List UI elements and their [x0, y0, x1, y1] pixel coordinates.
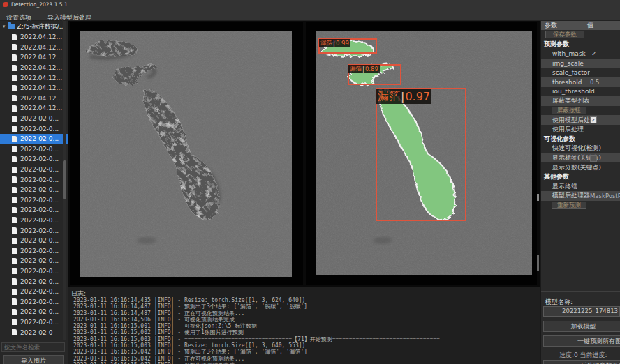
tree-item[interactable]: 2022-02-0...: [0, 256, 68, 266]
param-button[interactable]: 重新预测: [552, 202, 586, 209]
detection-score: 0.89: [365, 66, 378, 73]
tree-item[interactable]: 2022.04.12...: [0, 43, 68, 53]
tree-item-label: 2022.04.12...: [20, 44, 62, 51]
tree-item[interactable]: 2022.04.12...: [0, 93, 68, 104]
param-row[interactable]: img_scale: [541, 59, 620, 68]
tree-item[interactable]: 2022-02-0...: [0, 287, 68, 297]
tree-item-label: 2022.04.12...: [20, 95, 62, 102]
search-input[interactable]: [1, 342, 65, 352]
import-image-button[interactable]: 导入图片: [3, 355, 64, 364]
param-button[interactable]: 屏蔽按钮: [552, 107, 586, 114]
prediction-image-panel[interactable]: 漏箔|0.99 漏箔|0.89 漏箔|0.97: [306, 22, 537, 285]
param-row[interactable]: threshold0.5: [541, 77, 620, 87]
tree-item[interactable]: 2022-02-0: [0, 327, 68, 338]
file-icon: [12, 34, 17, 40]
predict-all-button[interactable]: 一键预测所有图片: [543, 335, 620, 347]
tree-item[interactable]: 2022-02-0...: [0, 205, 68, 215]
file-icon: [12, 75, 17, 81]
center-scrollbar-thumb[interactable]: [537, 194, 539, 201]
param-label: scale_factor: [552, 69, 590, 76]
param-label: threshold: [552, 79, 582, 86]
param-row[interactable]: with_mask✓: [541, 49, 620, 59]
tree-item[interactable]: 2022-02-0...: [0, 266, 68, 277]
param-value[interactable]: 0.5: [590, 79, 600, 86]
raw-image-panel[interactable]: [70, 22, 303, 285]
tree-item-label: 2022-02-0...: [20, 237, 59, 244]
tree-item-label: 2022-02-0...: [20, 135, 59, 142]
param-checkbox[interactable]: [590, 155, 597, 162]
tree-item[interactable]: 2022-02-0...: [0, 307, 68, 317]
tree-item[interactable]: 2022.04.12...: [0, 32, 68, 43]
tree-item[interactable]: 2022-02-0...: [0, 134, 68, 144]
param-row[interactable]: 模型后处理器MaskPostPro: [541, 191, 620, 201]
param-button[interactable]: 保存参数: [545, 31, 584, 38]
tree-item[interactable]: 2022-02-0...: [0, 296, 68, 307]
tree-item[interactable]: 2022-02-0...: [0, 123, 68, 134]
model-name-field[interactable]: 20221225_174813: [543, 306, 620, 317]
log-line: 2023-01-11 16:16:15,003 |INFO| - Resize:…: [73, 342, 538, 349]
file-icon: [12, 227, 17, 234]
detection-box: 漏箔|0.99: [318, 38, 377, 54]
tree-item-label: 2022-02-0...: [20, 197, 59, 204]
log-area[interactable]: 日志: 2023-01-11 16:16:14,435 |INFO| - Res…: [68, 287, 540, 364]
postprocess-settings-button[interactable]: 后处理参数设置: [543, 360, 620, 364]
tree-item-label: 2022-02-0: [20, 329, 53, 336]
param-row[interactable]: 显示终端: [541, 182, 620, 192]
param-row[interactable]: 显示分数(关键点): [541, 162, 620, 172]
params-header-param: 参数: [541, 21, 586, 30]
folder-icon: [8, 24, 15, 29]
param-checkbox[interactable]: ✓: [590, 116, 597, 123]
param-value[interactable]: MaskPostPro: [590, 192, 620, 199]
tree-item[interactable]: 2022.04.12...: [0, 103, 68, 114]
raw-image: [80, 31, 292, 277]
param-row[interactable]: 使用后处理: [541, 125, 620, 135]
tree-item-label: 2022-02-0...: [20, 217, 59, 224]
tree-item[interactable]: 2022-02-0...: [0, 114, 68, 124]
file-icon: [12, 187, 17, 193]
tree-item[interactable]: 2022-02-0...: [0, 215, 68, 226]
param-row[interactable]: 使用模型后处理✓: [541, 115, 620, 125]
tree-item[interactable]: 2022-02-0...: [0, 165, 68, 175]
tree-item[interactable]: 2022-02-0...: [0, 174, 68, 185]
center-scrollbar-thumb[interactable]: [537, 255, 539, 271]
load-model-button[interactable]: 加载模型: [543, 321, 620, 332]
tree-item[interactable]: 2022-02-0...: [0, 185, 68, 195]
file-tree[interactable]: ▾ Z:/5-标注数据/... 2022.04.12...2022.04.12.…: [0, 21, 68, 340]
tree-item[interactable]: 2022-02-0...: [0, 317, 68, 328]
tree-item[interactable]: 2022-02-0...: [0, 276, 68, 287]
tree-item-label: 2022-02-0...: [20, 176, 59, 183]
tree-item-label: 2022-02-0...: [20, 126, 59, 132]
tree-item[interactable]: 2022.04.12...: [0, 63, 68, 73]
tree-item[interactable]: 2022-02-0...: [0, 154, 68, 165]
param-row[interactable]: 显示标签(关键点): [541, 153, 620, 163]
detection-class: 漏箔: [320, 39, 332, 47]
file-icon: [12, 319, 17, 325]
tree-item[interactable]: 2022.04.12...: [0, 52, 68, 63]
tree-item[interactable]: 2022-02-0...: [0, 195, 68, 206]
file-icon: [12, 278, 17, 285]
tree-item-list: 2022.04.12...2022.04.12...2022.04.12...2…: [0, 32, 68, 338]
tree-item-label: 2022-02-0...: [20, 288, 59, 295]
log-line: 2023-01-11 16:16:14,487 |INFO| - 预测出了3个结…: [73, 303, 538, 310]
tree-item-label: 2022-02-0...: [20, 308, 59, 315]
log-line: 2023-01-11 16:16:15,001 |INFO| - 可视化json…: [73, 323, 538, 329]
tree-item[interactable]: 2022-02-0...: [0, 236, 68, 246]
chevron-down-icon[interactable]: ▾: [3, 24, 6, 29]
tree-item[interactable]: 2022-02-0...: [0, 144, 68, 155]
param-row[interactable]: 快速可视化(检测): [541, 144, 620, 153]
app-icon: [3, 2, 8, 7]
param-row: 重新预测: [541, 201, 620, 211]
param-section-label: 其他参数: [544, 172, 569, 181]
tree-item[interactable]: 2022.04.12...: [0, 83, 68, 93]
tree-scrollbar[interactable]: [63, 21, 66, 340]
tree-root[interactable]: ▾ Z:/5-标注数据/...: [0, 21, 68, 32]
tree-item[interactable]: 2022-02-0...: [0, 225, 68, 236]
tree-scrollbar-thumb[interactable]: [63, 160, 66, 199]
tree-item[interactable]: 2022-02-0...: [0, 245, 68, 256]
param-row[interactable]: scale_factor: [541, 68, 620, 77]
param-row[interactable]: iou_threshold: [541, 87, 620, 97]
file-icon: [12, 289, 17, 295]
file-icon: [12, 116, 17, 122]
tree-item[interactable]: 2022.04.12...: [0, 73, 68, 83]
param-row[interactable]: 屏蔽类型列表: [541, 96, 620, 106]
